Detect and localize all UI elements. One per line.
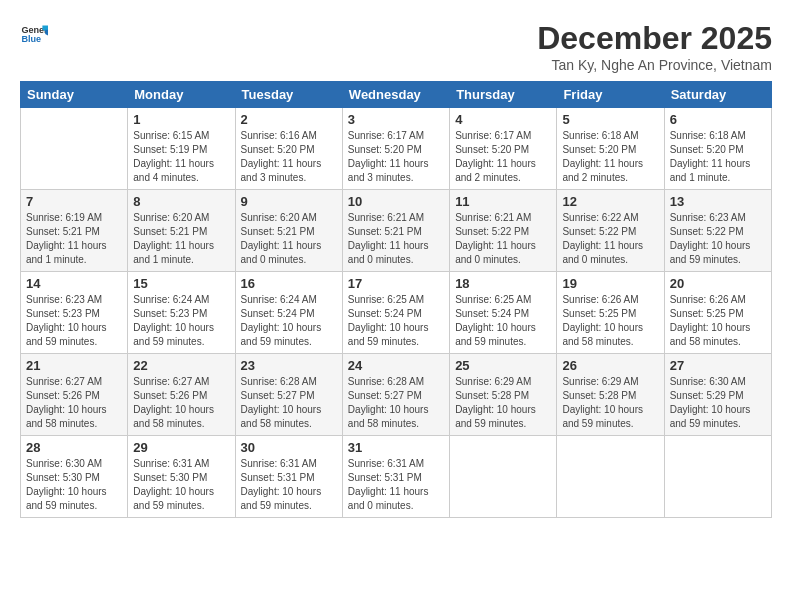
calendar-day-cell: 6Sunrise: 6:18 AMSunset: 5:20 PMDaylight… [664, 108, 771, 190]
calendar-day-cell: 13Sunrise: 6:23 AMSunset: 5:22 PMDayligh… [664, 190, 771, 272]
day-info: Sunrise: 6:26 AMSunset: 5:25 PMDaylight:… [562, 293, 658, 349]
day-info: Sunrise: 6:19 AMSunset: 5:21 PMDaylight:… [26, 211, 122, 267]
header: General Blue December 2025 Tan Ky, Nghe … [20, 20, 772, 73]
svg-text:Blue: Blue [21, 34, 41, 44]
calendar-day-cell: 2Sunrise: 6:16 AMSunset: 5:20 PMDaylight… [235, 108, 342, 190]
day-info: Sunrise: 6:29 AMSunset: 5:28 PMDaylight:… [455, 375, 551, 431]
day-info: Sunrise: 6:16 AMSunset: 5:20 PMDaylight:… [241, 129, 337, 185]
subtitle: Tan Ky, Nghe An Province, Vietnam [537, 57, 772, 73]
day-number: 15 [133, 276, 229, 291]
calendar-day-cell: 27Sunrise: 6:30 AMSunset: 5:29 PMDayligh… [664, 354, 771, 436]
day-number: 28 [26, 440, 122, 455]
day-info: Sunrise: 6:30 AMSunset: 5:29 PMDaylight:… [670, 375, 766, 431]
weekday-header: Thursday [450, 82, 557, 108]
day-info: Sunrise: 6:28 AMSunset: 5:27 PMDaylight:… [348, 375, 444, 431]
day-info: Sunrise: 6:31 AMSunset: 5:30 PMDaylight:… [133, 457, 229, 513]
calendar-day-cell: 21Sunrise: 6:27 AMSunset: 5:26 PMDayligh… [21, 354, 128, 436]
weekday-header: Tuesday [235, 82, 342, 108]
calendar-empty-cell [21, 108, 128, 190]
day-info: Sunrise: 6:22 AMSunset: 5:22 PMDaylight:… [562, 211, 658, 267]
day-number: 2 [241, 112, 337, 127]
calendar-day-cell: 3Sunrise: 6:17 AMSunset: 5:20 PMDaylight… [342, 108, 449, 190]
day-number: 21 [26, 358, 122, 373]
day-info: Sunrise: 6:31 AMSunset: 5:31 PMDaylight:… [348, 457, 444, 513]
day-info: Sunrise: 6:21 AMSunset: 5:21 PMDaylight:… [348, 211, 444, 267]
day-number: 18 [455, 276, 551, 291]
day-info: Sunrise: 6:25 AMSunset: 5:24 PMDaylight:… [455, 293, 551, 349]
weekday-header: Monday [128, 82, 235, 108]
day-number: 9 [241, 194, 337, 209]
day-number: 7 [26, 194, 122, 209]
calendar-day-cell: 12Sunrise: 6:22 AMSunset: 5:22 PMDayligh… [557, 190, 664, 272]
day-info: Sunrise: 6:18 AMSunset: 5:20 PMDaylight:… [670, 129, 766, 185]
day-info: Sunrise: 6:23 AMSunset: 5:23 PMDaylight:… [26, 293, 122, 349]
weekday-header: Friday [557, 82, 664, 108]
calendar-empty-cell [557, 436, 664, 518]
calendar-day-cell: 1Sunrise: 6:15 AMSunset: 5:19 PMDaylight… [128, 108, 235, 190]
calendar-day-cell: 19Sunrise: 6:26 AMSunset: 5:25 PMDayligh… [557, 272, 664, 354]
calendar-day-cell: 7Sunrise: 6:19 AMSunset: 5:21 PMDaylight… [21, 190, 128, 272]
day-number: 14 [26, 276, 122, 291]
calendar-header-row: SundayMondayTuesdayWednesdayThursdayFrid… [21, 82, 772, 108]
day-info: Sunrise: 6:31 AMSunset: 5:31 PMDaylight:… [241, 457, 337, 513]
day-number: 16 [241, 276, 337, 291]
day-number: 8 [133, 194, 229, 209]
calendar-day-cell: 11Sunrise: 6:21 AMSunset: 5:22 PMDayligh… [450, 190, 557, 272]
day-number: 23 [241, 358, 337, 373]
day-info: Sunrise: 6:20 AMSunset: 5:21 PMDaylight:… [133, 211, 229, 267]
title-section: December 2025 Tan Ky, Nghe An Province, … [537, 20, 772, 73]
day-number: 26 [562, 358, 658, 373]
day-info: Sunrise: 6:28 AMSunset: 5:27 PMDaylight:… [241, 375, 337, 431]
calendar-day-cell: 8Sunrise: 6:20 AMSunset: 5:21 PMDaylight… [128, 190, 235, 272]
calendar-week-row: 7Sunrise: 6:19 AMSunset: 5:21 PMDaylight… [21, 190, 772, 272]
day-info: Sunrise: 6:21 AMSunset: 5:22 PMDaylight:… [455, 211, 551, 267]
calendar-day-cell: 5Sunrise: 6:18 AMSunset: 5:20 PMDaylight… [557, 108, 664, 190]
calendar-day-cell: 22Sunrise: 6:27 AMSunset: 5:26 PMDayligh… [128, 354, 235, 436]
day-number: 29 [133, 440, 229, 455]
day-number: 3 [348, 112, 444, 127]
day-number: 1 [133, 112, 229, 127]
day-info: Sunrise: 6:27 AMSunset: 5:26 PMDaylight:… [26, 375, 122, 431]
day-info: Sunrise: 6:30 AMSunset: 5:30 PMDaylight:… [26, 457, 122, 513]
calendar-day-cell: 15Sunrise: 6:24 AMSunset: 5:23 PMDayligh… [128, 272, 235, 354]
day-number: 31 [348, 440, 444, 455]
calendar-day-cell: 18Sunrise: 6:25 AMSunset: 5:24 PMDayligh… [450, 272, 557, 354]
logo-icon: General Blue [20, 20, 48, 48]
calendar-day-cell: 20Sunrise: 6:26 AMSunset: 5:25 PMDayligh… [664, 272, 771, 354]
day-number: 27 [670, 358, 766, 373]
weekday-header: Wednesday [342, 82, 449, 108]
day-number: 19 [562, 276, 658, 291]
day-number: 10 [348, 194, 444, 209]
calendar-week-row: 28Sunrise: 6:30 AMSunset: 5:30 PMDayligh… [21, 436, 772, 518]
calendar-empty-cell [450, 436, 557, 518]
day-info: Sunrise: 6:23 AMSunset: 5:22 PMDaylight:… [670, 211, 766, 267]
calendar-day-cell: 28Sunrise: 6:30 AMSunset: 5:30 PMDayligh… [21, 436, 128, 518]
day-number: 5 [562, 112, 658, 127]
day-number: 22 [133, 358, 229, 373]
calendar-week-row: 14Sunrise: 6:23 AMSunset: 5:23 PMDayligh… [21, 272, 772, 354]
day-info: Sunrise: 6:26 AMSunset: 5:25 PMDaylight:… [670, 293, 766, 349]
day-number: 13 [670, 194, 766, 209]
weekday-header: Saturday [664, 82, 771, 108]
day-info: Sunrise: 6:29 AMSunset: 5:28 PMDaylight:… [562, 375, 658, 431]
day-number: 20 [670, 276, 766, 291]
day-number: 6 [670, 112, 766, 127]
calendar-empty-cell [664, 436, 771, 518]
day-number: 11 [455, 194, 551, 209]
calendar-day-cell: 17Sunrise: 6:25 AMSunset: 5:24 PMDayligh… [342, 272, 449, 354]
calendar-day-cell: 30Sunrise: 6:31 AMSunset: 5:31 PMDayligh… [235, 436, 342, 518]
calendar-week-row: 1Sunrise: 6:15 AMSunset: 5:19 PMDaylight… [21, 108, 772, 190]
calendar-day-cell: 24Sunrise: 6:28 AMSunset: 5:27 PMDayligh… [342, 354, 449, 436]
day-info: Sunrise: 6:15 AMSunset: 5:19 PMDaylight:… [133, 129, 229, 185]
day-info: Sunrise: 6:18 AMSunset: 5:20 PMDaylight:… [562, 129, 658, 185]
calendar-day-cell: 16Sunrise: 6:24 AMSunset: 5:24 PMDayligh… [235, 272, 342, 354]
day-info: Sunrise: 6:20 AMSunset: 5:21 PMDaylight:… [241, 211, 337, 267]
day-number: 12 [562, 194, 658, 209]
calendar-day-cell: 10Sunrise: 6:21 AMSunset: 5:21 PMDayligh… [342, 190, 449, 272]
calendar-day-cell: 25Sunrise: 6:29 AMSunset: 5:28 PMDayligh… [450, 354, 557, 436]
calendar-week-row: 21Sunrise: 6:27 AMSunset: 5:26 PMDayligh… [21, 354, 772, 436]
calendar-day-cell: 31Sunrise: 6:31 AMSunset: 5:31 PMDayligh… [342, 436, 449, 518]
calendar-table: SundayMondayTuesdayWednesdayThursdayFrid… [20, 81, 772, 518]
day-number: 17 [348, 276, 444, 291]
day-info: Sunrise: 6:17 AMSunset: 5:20 PMDaylight:… [348, 129, 444, 185]
